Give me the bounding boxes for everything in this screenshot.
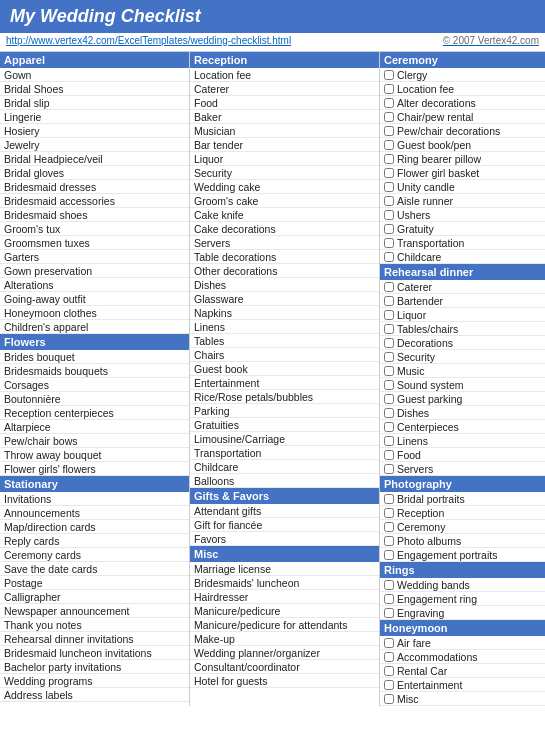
item-label: Corsages <box>4 379 185 391</box>
item-checkbox[interactable] <box>384 408 394 418</box>
item-checkbox[interactable] <box>384 252 394 262</box>
item-checkbox[interactable] <box>384 580 394 590</box>
list-item: Bachelor party invitations <box>0 660 189 674</box>
item-checkbox[interactable] <box>384 324 394 334</box>
item-checkbox[interactable] <box>384 296 394 306</box>
item-label: Engraving <box>397 607 541 619</box>
list-item: Liquor <box>190 152 379 166</box>
item-label: Garters <box>4 251 185 263</box>
item-checkbox[interactable] <box>384 550 394 560</box>
item-checkbox[interactable] <box>384 680 394 690</box>
honeymoon-list: Air fareAccommodationsRental CarEntertai… <box>380 636 545 706</box>
item-checkbox[interactable] <box>384 638 394 648</box>
list-item: Decorations <box>380 336 545 350</box>
list-item: Address labels <box>0 688 189 702</box>
list-item: Gift for fiancée <box>190 518 379 532</box>
item-label: Liquor <box>194 153 375 165</box>
item-label: Servers <box>194 237 375 249</box>
item-label: Reception centerpieces <box>4 407 185 419</box>
list-item: Sound system <box>380 378 545 392</box>
item-checkbox[interactable] <box>384 140 394 150</box>
item-label: Caterer <box>194 83 375 95</box>
item-label: Pew/chair bows <box>4 435 185 447</box>
item-checkbox[interactable] <box>384 238 394 248</box>
item-checkbox[interactable] <box>384 666 394 676</box>
list-item: Announcements <box>0 506 189 520</box>
item-checkbox[interactable] <box>384 608 394 618</box>
item-label: Engagement portraits <box>397 549 541 561</box>
item-label: Dishes <box>397 407 541 419</box>
item-checkbox[interactable] <box>384 422 394 432</box>
list-item: Ushers <box>380 208 545 222</box>
item-checkbox[interactable] <box>384 436 394 446</box>
item-label: Postage <box>4 577 185 589</box>
item-checkbox[interactable] <box>384 536 394 546</box>
item-checkbox[interactable] <box>384 282 394 292</box>
item-label: Unity candle <box>397 181 541 193</box>
item-label: Alter decorations <box>397 97 541 109</box>
item-checkbox[interactable] <box>384 98 394 108</box>
list-item: Manicure/pedicure for attendants <box>190 618 379 632</box>
item-label: Favors <box>194 533 375 545</box>
item-checkbox[interactable] <box>384 652 394 662</box>
list-item: Wedding cake <box>190 180 379 194</box>
url-link[interactable]: http://www.vertex42.com/ExcelTemplates/w… <box>6 35 291 46</box>
item-checkbox[interactable] <box>384 310 394 320</box>
item-label: Wedding planner/organizer <box>194 647 375 659</box>
list-item: Food <box>380 448 545 462</box>
item-checkbox[interactable] <box>384 352 394 362</box>
item-label: Ushers <box>397 209 541 221</box>
list-item: Pew/chair bows <box>0 434 189 448</box>
list-item: Unity candle <box>380 180 545 194</box>
list-item: Make-up <box>190 632 379 646</box>
item-checkbox[interactable] <box>384 394 394 404</box>
item-label: Going-away outfit <box>4 293 185 305</box>
item-checkbox[interactable] <box>384 168 394 178</box>
item-checkbox[interactable] <box>384 84 394 94</box>
list-item: Childcare <box>190 460 379 474</box>
list-item: Transportation <box>380 236 545 250</box>
item-label: Consultant/coordinator <box>194 661 375 673</box>
item-checkbox[interactable] <box>384 224 394 234</box>
item-checkbox[interactable] <box>384 494 394 504</box>
list-item: Favors <box>190 532 379 546</box>
rehearsal-list: CatererBartenderLiquorTables/chairsDecor… <box>380 280 545 476</box>
item-checkbox[interactable] <box>384 522 394 532</box>
item-label: Children's apparel <box>4 321 185 333</box>
item-checkbox[interactable] <box>384 126 394 136</box>
item-checkbox[interactable] <box>384 380 394 390</box>
item-checkbox[interactable] <box>384 694 394 704</box>
item-checkbox[interactable] <box>384 508 394 518</box>
item-label: Altarpiece <box>4 421 185 433</box>
list-item: Marriage license <box>190 562 379 576</box>
item-label: Chair/pew rental <box>397 111 541 123</box>
item-checkbox[interactable] <box>384 338 394 348</box>
apparel-header: Apparel <box>0 52 189 68</box>
list-item: Brides bouquet <box>0 350 189 364</box>
item-checkbox[interactable] <box>384 450 394 460</box>
item-label: Attendant gifts <box>194 505 375 517</box>
list-item: Garters <box>0 250 189 264</box>
gifts-header: Gifts & Favors <box>190 488 379 504</box>
item-checkbox[interactable] <box>384 70 394 80</box>
item-checkbox[interactable] <box>384 196 394 206</box>
item-checkbox[interactable] <box>384 154 394 164</box>
item-checkbox[interactable] <box>384 464 394 474</box>
item-checkbox[interactable] <box>384 366 394 376</box>
list-item: Ceremony cards <box>0 548 189 562</box>
list-item: Calligrapher <box>0 590 189 604</box>
list-item: Bridesmaids' luncheon <box>190 576 379 590</box>
list-item: Groom's tux <box>0 222 189 236</box>
column-3: Ceremony ClergyLocation feeAlter decorat… <box>380 52 545 706</box>
list-item: Groomsmen tuxes <box>0 236 189 250</box>
ceremony-list: ClergyLocation feeAlter decorationsChair… <box>380 68 545 264</box>
item-checkbox[interactable] <box>384 112 394 122</box>
item-checkbox[interactable] <box>384 594 394 604</box>
item-checkbox[interactable] <box>384 210 394 220</box>
item-label: Bartender <box>397 295 541 307</box>
item-label: Clergy <box>397 69 541 81</box>
item-checkbox[interactable] <box>384 182 394 192</box>
list-item: Servers <box>380 462 545 476</box>
item-label: Gown <box>4 69 185 81</box>
photography-list: Bridal portraitsReceptionCeremonyPhoto a… <box>380 492 545 562</box>
